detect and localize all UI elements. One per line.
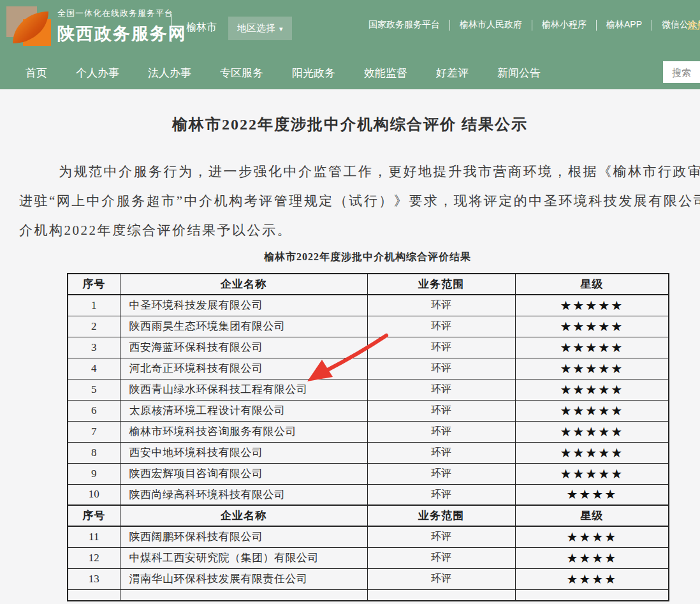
nav-item[interactable]: 阳光政务 — [292, 66, 335, 80]
company-name: 太原核清环境工程设计有限公司 — [120, 400, 367, 421]
row-number: 12 — [68, 547, 120, 568]
table-row: 6太原核清环境工程设计有限公司环评★★★★★ — [68, 400, 669, 421]
table-row: 7榆林市环境科技咨询服务有限公司环评★★★★★ — [68, 421, 669, 442]
nav-item[interactable]: 效能监督 — [364, 66, 407, 80]
column-header: 序号 — [68, 274, 120, 295]
row-number: 1 — [68, 295, 120, 316]
business-scope: 环评 — [367, 484, 515, 505]
business-scope: 环评 — [367, 568, 515, 589]
row-number: 5 — [68, 379, 120, 400]
star-rating: ★★★★★ — [515, 379, 669, 400]
business-scope: 环评 — [367, 442, 515, 463]
results-table: 序号企业名称业务范围星级1中圣环境科技发展有限公司环评★★★★★2陕西雨昊生态环… — [67, 273, 669, 601]
company-name: 中煤科工西安研究院（集团）有限公司 — [120, 547, 367, 568]
table-row: 12中煤科工西安研究院（集团）有限公司环评★★★★ — [68, 547, 669, 568]
table-row: 3西安海蓝环保科技有限公司环评★★★★★ — [68, 337, 669, 358]
company-name: 榆林市环境科技咨询服务有限公司 — [120, 421, 367, 442]
row-number: 2 — [68, 316, 120, 337]
table-row: 9陕西宏辉项目咨询有限公司环评★★★★★ — [68, 463, 669, 484]
nav-item[interactable]: 专区服务 — [220, 66, 263, 80]
nav-item[interactable]: 好差评 — [436, 66, 469, 80]
column-header: 星级 — [515, 274, 669, 295]
browser-page: 全国一体化在线政务服务平台 陕西政务服务网 榆林市 地区选择▾ 国家政务服务平台… — [0, 0, 700, 604]
nav-item[interactable]: 首页 — [26, 66, 47, 80]
paragraph-line: 进驻“网上中介服务超市”中介机构考评管理规定（试行）》要求，现将评定的中圣环境科… — [19, 186, 700, 216]
search-input[interactable] — [663, 61, 700, 83]
announcement-paragraph: 为规范中介服务行为，进一步强化中介监管工作，更好地提升我市营商环境，根据《榆林市… — [19, 157, 700, 245]
platform-name: 全国一体化在线政务服务平台 — [57, 8, 187, 19]
star-rating: ★★★★ — [515, 484, 669, 505]
business-scope: 环评 — [367, 421, 515, 442]
row-number: 9 — [68, 463, 120, 484]
star-rating: ★★★★★ — [515, 463, 669, 484]
row-number: 10 — [68, 484, 120, 505]
company-name: 陕西尚绿高科环境科技有限公司 — [120, 484, 367, 505]
business-scope: 环评 — [367, 526, 515, 547]
column-header: 企业名称 — [120, 505, 367, 526]
table-header-row: 序号企业名称业务范围星级 — [68, 274, 669, 295]
main-nav: 首页个人办事法人办事专区服务阳光政务效能监督好差评新闻公告 — [0, 56, 700, 89]
row-number: 3 — [68, 337, 120, 358]
company-name: 西安中地环境科技有限公司 — [120, 442, 367, 463]
column-header: 星级 — [515, 505, 669, 526]
table-row: 2陕西雨昊生态环境集团有限公司环评★★★★★ — [68, 316, 669, 337]
star-rating: ★★★★★ — [515, 295, 669, 316]
column-header: 序号 — [68, 505, 120, 526]
row-number: 7 — [68, 421, 120, 442]
region-selector-button[interactable]: 地区选择▾ — [228, 17, 292, 40]
header-link[interactable]: 榆林APP — [606, 19, 642, 31]
star-rating: ★★★★★ — [515, 421, 669, 442]
current-city-link[interactable]: 榆林市 — [186, 21, 217, 34]
table-row: 4河北奇正环境科技有限公司环评★★★★★ — [68, 358, 669, 379]
link-divider — [652, 20, 652, 31]
link-divider — [596, 20, 597, 31]
star-rating: ★★★★ — [515, 568, 669, 589]
table-caption: 榆林市2022年度涉批中介机构综合评价结果 — [67, 250, 668, 264]
star-rating: ★★★★★ — [515, 337, 669, 358]
table-row: 1中圣环境科技发展有限公司环评★★★★★ — [68, 295, 669, 316]
table-row-partial — [68, 589, 669, 601]
paragraph-line: 为规范中介服务行为，进一步强化中介监管工作，更好地提升我市营商环境，根据《榆林市… — [19, 157, 700, 186]
empty-cell — [68, 589, 120, 601]
nav-item[interactable]: 个人办事 — [76, 66, 119, 80]
nav-item[interactable]: 法人办事 — [148, 66, 191, 80]
star-rating: ★★★★ — [515, 526, 669, 547]
paragraph-line: 介机构2022年度综合评价结果予以公示。 — [19, 216, 700, 245]
business-scope: 环评 — [367, 400, 515, 421]
row-number: 6 — [68, 400, 120, 421]
chevron-down-icon: ▾ — [279, 25, 283, 33]
page-title: 榆林市2022年度涉批中介机构综合评价 结果公示 — [0, 114, 700, 135]
star-rating: ★★★★ — [515, 547, 669, 568]
business-scope: 环评 — [367, 316, 515, 337]
link-divider — [532, 20, 532, 31]
company-name: 渭南华山环保科技发展有限责任公司 — [120, 568, 367, 589]
table-row: 11陕西阔鹏环保科技有限公司环评★★★★ — [68, 526, 669, 547]
header-link[interactable]: 国家政务服务平台 — [368, 19, 440, 31]
business-scope: 环评 — [367, 337, 515, 358]
company-name: 陕西阔鹏环保科技有限公司 — [120, 526, 367, 547]
register-link[interactable]: 注册 — [687, 20, 700, 32]
row-number: 11 — [68, 526, 120, 547]
nav-item[interactable]: 新闻公告 — [497, 66, 541, 80]
row-number: 4 — [68, 358, 120, 379]
results-table-body: 序号企业名称业务范围星级1中圣环境科技发展有限公司环评★★★★★2陕西雨昊生态环… — [68, 274, 669, 601]
table-row: 10陕西尚绿高科环境科技有限公司环评★★★★ — [68, 484, 669, 505]
empty-cell — [367, 589, 515, 601]
star-rating: ★★★★★ — [515, 316, 669, 337]
company-name: 西安海蓝环保科技有限公司 — [120, 337, 367, 358]
table-header-row: 序号企业名称业务范围星级 — [68, 505, 669, 526]
business-scope: 环评 — [367, 547, 515, 568]
star-rating: ★★★★★ — [515, 442, 669, 463]
star-rating: ★★★★★ — [515, 358, 669, 379]
site-header: 全国一体化在线政务服务平台 陕西政务服务网 榆林市 地区选择▾ 国家政务服务平台… — [0, 0, 700, 56]
site-logo-icon[interactable] — [5, 5, 48, 47]
header-link[interactable]: 榆林市人民政府 — [460, 19, 522, 31]
header-links: 国家政务服务平台榆林市人民政府榆林小程序榆林APP微信公众号 — [368, 19, 700, 31]
header-link[interactable]: 榆林小程序 — [542, 19, 587, 31]
row-number: 8 — [68, 442, 120, 463]
nav-items: 首页个人办事法人办事专区服务阳光政务效能监督好差评新闻公告 — [0, 56, 700, 89]
column-header: 企业名称 — [120, 274, 367, 295]
site-name: 陕西政务服务网 — [57, 22, 187, 45]
company-name: 中圣环境科技发展有限公司 — [120, 295, 367, 316]
table-row: 8西安中地环境科技有限公司环评★★★★★ — [68, 442, 669, 463]
